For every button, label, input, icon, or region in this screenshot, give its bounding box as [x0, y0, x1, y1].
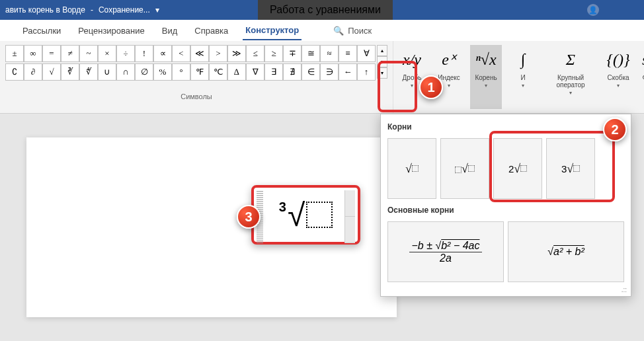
- callout-2: 2: [603, 118, 627, 141]
- equation-placeholder[interactable]: [306, 202, 333, 228]
- chevron-down-icon: ▾: [569, 90, 572, 96]
- symbol-button[interactable]: ≅: [302, 45, 320, 62]
- symbol-scroll: ▴ ▾ ▾: [377, 45, 387, 81]
- chevron-down-icon: ▾: [448, 83, 450, 89]
- tab-review[interactable]: Рецензирование: [75, 22, 147, 40]
- symbol-button[interactable]: ∄: [283, 63, 302, 81]
- structure-icon: Σ: [566, 46, 575, 73]
- symbol-button[interactable]: ±: [5, 45, 24, 62]
- structure-label: Скобка: [607, 74, 629, 81]
- symbol-button[interactable]: °: [172, 63, 190, 81]
- symbol-button[interactable]: ∁: [5, 63, 24, 81]
- symbol-button[interactable]: ∋: [320, 63, 339, 81]
- search-box[interactable]: 🔍 Поиск: [333, 26, 372, 36]
- scroll-up-icon[interactable]: ▴: [377, 45, 387, 56]
- structure-функция[interactable]: sinθФункция▾: [639, 45, 644, 109]
- title-dropdown-icon[interactable]: ▾: [155, 5, 159, 15]
- symbol-button[interactable]: ×: [98, 45, 116, 62]
- radical-icon: √: [288, 197, 305, 233]
- equation-content[interactable]: 3 √: [279, 197, 333, 233]
- symbol-button[interactable]: ∪: [98, 63, 116, 81]
- symbol-button[interactable]: ≪: [190, 45, 209, 62]
- chevron-down-icon: ▾: [485, 83, 487, 89]
- chevron-down-icon: ▾: [411, 83, 413, 89]
- symbol-button[interactable]: ∇: [246, 63, 264, 81]
- structure-скобка[interactable]: {()}Скобка▾: [602, 45, 634, 109]
- symbol-row: ±∞=≠~×÷!∝<≪>≫≤≥∓≅≈≡∀: [5, 45, 376, 62]
- symbol-button[interactable]: ∆: [227, 63, 246, 81]
- structure-и[interactable]: ∫И▾: [507, 45, 539, 109]
- symbol-button[interactable]: ∞: [24, 45, 42, 62]
- radical-gallery: Корни √ √ 2√ 3√ Основные корни −b ± √b² …: [380, 114, 631, 297]
- tab-view[interactable]: Вид: [159, 22, 181, 40]
- structure-крупный оператор[interactable]: ΣКрупный оператор▾: [544, 45, 597, 109]
- symbol-row: ∁∂√∛∜∪∩∅%°℉℃∆∇∃∄∈∋←↑: [5, 63, 376, 81]
- structure-icon: eˣ: [442, 46, 456, 73]
- root-common-hypot[interactable]: √a² + b²: [508, 221, 624, 282]
- symbol-button[interactable]: ≫: [227, 45, 246, 62]
- symbol-button[interactable]: ∀: [357, 45, 376, 62]
- equation-editor[interactable]: 3 √: [251, 185, 360, 245]
- symbol-button[interactable]: ≈: [320, 45, 339, 62]
- structure-icon: ⁿ√x: [475, 46, 496, 73]
- chevron-down-icon: ▾: [522, 83, 524, 89]
- user-avatar-icon[interactable]: 👤: [587, 4, 599, 16]
- symbol-button[interactable]: ℉: [190, 63, 209, 81]
- root-template-sqrt[interactable]: √: [387, 138, 436, 199]
- search-label: Поиск: [348, 26, 372, 36]
- equation-index[interactable]: 3: [279, 200, 286, 215]
- save-status: Сохранение...: [99, 5, 150, 15]
- symbol-button[interactable]: ∅: [135, 63, 153, 81]
- callout-1: 1: [419, 75, 443, 99]
- symbol-button[interactable]: >: [209, 45, 227, 62]
- symbol-button[interactable]: ←: [339, 63, 357, 81]
- structure-корень[interactable]: ⁿ√xКорень▾: [470, 45, 502, 109]
- symbol-button[interactable]: <: [172, 45, 190, 62]
- tab-design[interactable]: Конструктор: [243, 21, 302, 40]
- symbol-button[interactable]: ∂: [24, 63, 42, 81]
- symbol-button[interactable]: ≡: [339, 45, 357, 62]
- ribbon-tabs: Рассылки Рецензирование Вид Справка Конс…: [0, 20, 644, 41]
- symbol-button[interactable]: ∃: [264, 63, 283, 81]
- gallery-resize-icon[interactable]: .::: [381, 286, 631, 293]
- symbol-button[interactable]: ∛: [61, 63, 79, 81]
- symbol-button[interactable]: !: [135, 45, 153, 62]
- search-icon: 🔍: [333, 26, 344, 36]
- symbol-button[interactable]: ≥: [264, 45, 283, 62]
- equation-side-handle[interactable]: [344, 190, 355, 243]
- root-template-nth[interactable]: √: [440, 138, 489, 199]
- scroll-expand-icon[interactable]: ▾: [377, 67, 387, 79]
- ribbon: ±∞=≠~×÷!∝<≪>≫≤≥∓≅≈≡∀ ∁∂√∛∜∪∩∅%°℉℃∆∇∃∄∈∋←…: [0, 41, 644, 114]
- symbol-button[interactable]: ℃: [209, 63, 227, 81]
- context-tab-equation-tools[interactable]: Работа с уравнениями: [258, 0, 393, 20]
- structure-icon: {()}: [606, 46, 629, 73]
- symbol-button[interactable]: ÷: [116, 45, 135, 62]
- symbol-button[interactable]: ≤: [246, 45, 264, 62]
- structure-дробь[interactable]: x/yДробь▾: [396, 45, 428, 109]
- callout-3: 3: [237, 205, 261, 229]
- symbol-button[interactable]: ∜: [79, 63, 98, 81]
- gallery-section-roots: Корни: [381, 120, 631, 134]
- structure-label: И: [520, 74, 525, 81]
- symbol-button[interactable]: ≠: [61, 45, 79, 62]
- symbol-button[interactable]: ↑: [357, 63, 376, 81]
- symbol-button[interactable]: ∓: [283, 45, 302, 62]
- root-template-cube[interactable]: 3√: [546, 138, 595, 199]
- symbol-button[interactable]: %: [153, 63, 172, 81]
- structure-label: Корень: [475, 74, 497, 81]
- chevron-down-icon: ▾: [617, 83, 620, 89]
- structure-label: Крупный оператор: [545, 74, 596, 89]
- symbol-button[interactable]: =: [42, 45, 61, 62]
- symbol-button[interactable]: ∝: [153, 45, 172, 62]
- symbol-button[interactable]: ∈: [302, 63, 320, 81]
- symbols-group: ±∞=≠~×÷!∝<≪>≫≤≥∓≅≈≡∀ ∁∂√∛∜∪∩∅%°℉℃∆∇∃∄∈∋←…: [0, 41, 393, 113]
- root-template-square[interactable]: 2√: [493, 138, 542, 199]
- tab-help[interactable]: Справка: [192, 22, 231, 40]
- symbol-button[interactable]: ~: [79, 45, 98, 62]
- scroll-down-icon[interactable]: ▾: [377, 56, 387, 67]
- symbols-group-label: Символы: [5, 93, 387, 100]
- root-common-quadratic[interactable]: −b ± √b² − 4ac 2a: [387, 221, 504, 282]
- symbol-button[interactable]: ∩: [116, 63, 135, 81]
- tab-mailings[interactable]: Рассылки: [20, 22, 63, 40]
- symbol-button[interactable]: √: [42, 63, 61, 81]
